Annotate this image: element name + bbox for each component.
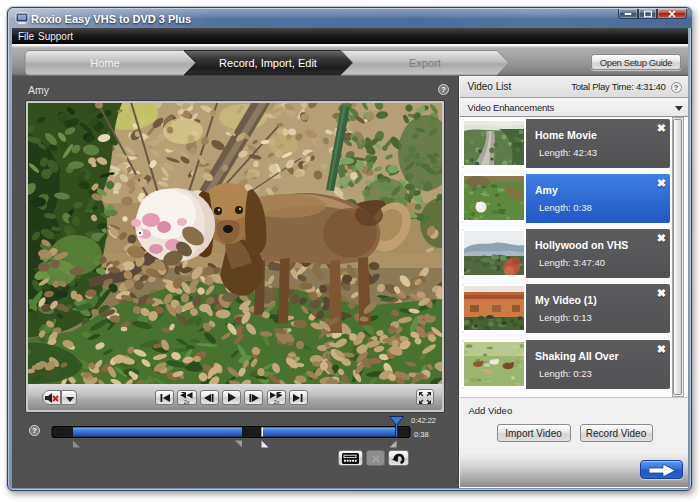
svg-text:Home: Home [90,57,119,69]
svg-text:Export: Export [409,57,441,69]
svg-text:0:42:22: 0:42:22 [411,416,436,425]
svg-text:2x: 2x [273,398,279,403]
svg-text:0:38: 0:38 [414,430,429,439]
svg-text:2x: 2x [184,398,190,403]
svg-text:Record, Import, Edit: Record, Import, Edit [219,57,317,69]
